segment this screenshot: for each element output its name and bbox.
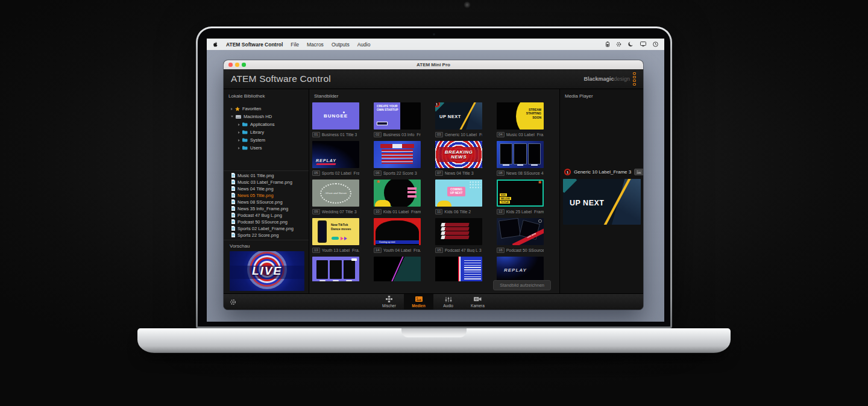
file-item[interactable]: News 04 Title.png [224,186,309,192]
still-item-10[interactable]: *10Kids 01 Label_Frame 2 [374,180,421,214]
still-thumbnail-art[interactable]: CREATE YOUR OWN STARTUP [374,102,421,130]
still-thumbnail-art[interactable]: BREAKING NEWS [435,141,482,168]
still-item-11[interactable]: COMING UP NEXT11Kids 06 Title 2 [435,180,482,214]
still-number: 07 [435,170,443,176]
still-number: 05 [312,170,320,176]
still-thumbnail-art[interactable]: COMING UP NEXT [435,180,482,207]
disclosure-chevron-icon[interactable] [238,147,240,149]
still-item-16[interactable]: LIVE NOW16Podcast 50 SSource 4 [497,218,544,253]
sidebar-tree-item-users[interactable]: Users [224,144,309,152]
moon-icon[interactable] [628,42,634,47]
still-number: 08 [497,170,505,176]
still-thumbnail-art[interactable]: *KIDSWE LOVETO PLAY [497,180,544,207]
still-item-03[interactable]: 1UP NEXT03Generic 10 Label_Fr... [435,102,482,137]
still-thumbnail-art[interactable]: Alison and Steven [312,180,359,207]
still-thumbnail-art[interactable] [374,141,421,168]
still-item-01[interactable]: BUNGEE01Business 01 Title 3 [312,102,359,137]
blackmagic-logo-icon [633,72,636,86]
sidebar-tree-item-system[interactable]: System [224,136,309,144]
disclosure-chevron-icon[interactable] [231,108,233,110]
menubar-menu-file[interactable]: File [291,42,299,48]
still-item-07[interactable]: BREAKING NEWS07News 04 Title 3 [435,141,482,176]
still-item-08[interactable]: 08News 08 SSource 4 [497,141,544,176]
tab-medien[interactable]: Medien [404,294,433,310]
still-item-13[interactable]: New TikTok Dance moves13Youth 13 Label_F… [312,218,359,253]
disclosure-chevron-icon[interactable] [238,123,240,126]
macos-menu-bar: ATEM Software Control FileMacrosOutputsA… [207,39,664,50]
still-thumbnail-art[interactable]: BUNGEE [312,102,359,130]
menubar-app-name[interactable]: ATEM Software Control [226,42,283,48]
tab-mischer[interactable]: Mischer [374,294,404,310]
still-thumbnail-art[interactable] [435,218,482,245]
file-item[interactable]: News 05 Title.png [224,192,309,199]
still-number: 03 [435,132,443,137]
still-thumbnail-art[interactable] [497,141,544,168]
file-item[interactable]: News 35 Info_Frame.png [224,205,309,212]
file-icon [231,186,235,192]
menubar-menu-macros[interactable]: Macros [307,42,324,48]
sidebar-tree-item-library[interactable]: Library [224,128,309,136]
still-item-14[interactable]: Coming up next14Youth 04 Label_Fra... [374,218,421,253]
still-thumbnail-art[interactable]: Coming up next [374,218,421,245]
still-thumbnail-art[interactable]: REPLAY [312,141,359,168]
sidebar-tree-item-favoriten[interactable]: Favoriten [224,105,309,113]
menubar-menu-audio[interactable]: Audio [357,42,371,48]
still-number: 09 [312,209,320,214]
file-item[interactable]: Music 03 Label_Frame.png [224,179,309,186]
file-item[interactable]: Podcast 47 Bug L.png [224,212,309,219]
tab-kamera[interactable]: Kamera [463,294,492,310]
settings-gear-icon[interactable] [230,294,236,310]
file-item[interactable]: Music 01 Title.png [224,172,309,179]
still-item-partial[interactable]: REPLAY [497,257,544,281]
still-label: Wedding 07 Title 3 [322,210,357,214]
file-icon [231,233,235,239]
still-thumbnail-art[interactable] [435,257,482,281]
apple-icon[interactable] [213,42,218,48]
still-item-partial[interactable] [374,257,421,281]
file-item[interactable]: Sports 02 Label_Frame.png [224,225,309,232]
disclosure-chevron-icon[interactable] [231,116,233,117]
still-item-04[interactable]: STREAM STARTING SOON04Music 03 Label_Fra… [497,102,544,137]
tree-item-label: Library [250,130,264,135]
still-number: 02 [374,132,382,137]
disclosure-chevron-icon[interactable] [238,139,240,142]
sidebar-tree-item-applications[interactable]: Applications [224,120,309,128]
file-item[interactable]: News 08 SSource.png [224,199,309,205]
still-item-partial[interactable] [435,257,482,281]
still-thumbnail-art[interactable] [374,257,421,281]
still-thumbnail-art[interactable]: New TikTok Dance moves [312,218,359,245]
still-thumbnail-art[interactable] [312,257,359,281]
still-item-09[interactable]: Alison and Steven09Wedding 07 Title 3 [312,180,359,214]
thumbnail-art-text: New TikTok Dance moves [331,223,356,231]
display-icon[interactable] [640,42,646,47]
still-label: Business 01 Title 3 [322,133,357,137]
media-select-button[interactable] [634,169,643,175]
still-item-05[interactable]: REPLAY05Sports 02 Label_Fra... [312,141,359,176]
still-item-15[interactable]: 15Podcast 47 Bug L 3 [435,218,482,253]
still-thumbnail-art[interactable]: REPLAY [497,257,544,281]
still-thumbnail-art[interactable]: STREAM STARTING SOON [497,102,544,130]
tab-audio[interactable]: Audio [433,294,463,310]
gear-icon[interactable] [616,42,621,47]
still-item-02[interactable]: CREATE YOUR OWN STARTUP02Business 03 Inf… [374,102,421,137]
still-thumbnail-art[interactable]: * [374,180,421,207]
still-number: 01 [312,132,320,137]
app-header: ATEM Software Control Blackmagicdesign [224,69,643,89]
sidebar-tree-item-macintosh-hd[interactable]: Macintosh HD [224,113,309,120]
disclosure-chevron-icon[interactable] [238,131,240,134]
menubar-menu-outputs[interactable]: Outputs [332,42,350,48]
tree-item-label: Users [250,145,262,151]
still-item-partial[interactable] [312,257,359,281]
battery-icon[interactable] [606,42,609,47]
still-thumbnail-art[interactable]: 1UP NEXT [435,102,482,130]
still-item-12[interactable]: *KIDSWE LOVETO PLAY12Kids 25 Label_Frame… [497,180,544,214]
still-item-06[interactable]: 06Sports 22 Score 3 [374,141,421,176]
still-thumbnail-art[interactable]: LIVE NOW [497,218,544,245]
file-name: News 05 Title.png [237,193,274,198]
capture-still-button[interactable]: Standbild aufzeichnen [493,280,551,290]
file-item[interactable]: Sports 22 Score.png [224,232,309,239]
clock-icon[interactable] [653,42,658,47]
folder-icon [242,130,248,134]
file-item[interactable]: Podcast 50 SSource.png [224,219,309,225]
file-name: Podcast 47 Bug L.png [237,213,282,218]
